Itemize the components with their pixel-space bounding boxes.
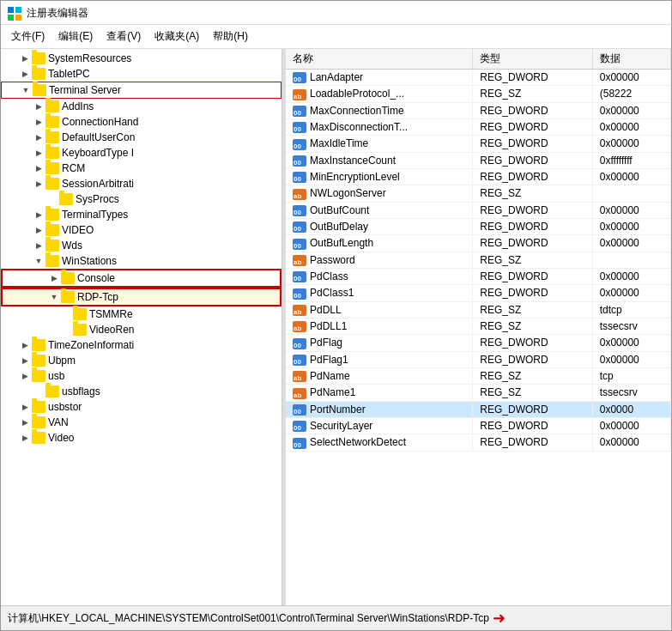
app-icon bbox=[8, 7, 21, 21]
menu-edit[interactable]: 编辑(E) bbox=[51, 27, 100, 46]
tree-item-tsmmre[interactable]: ▶ TSMMRe bbox=[1, 306, 282, 322]
tree-item-keyboardtype[interactable]: ▶ KeyboardType I bbox=[1, 145, 282, 161]
tree-item-usb[interactable]: ▶ usb bbox=[1, 368, 282, 384]
menu-favorites[interactable]: 收藏夹(A) bbox=[148, 27, 206, 46]
expand-icon[interactable]: ▼ bbox=[47, 290, 61, 304]
tree-item-rcm[interactable]: ▶ RCM bbox=[1, 161, 282, 176]
menu-view[interactable]: 查看(V) bbox=[100, 27, 148, 46]
tree-item-usbflags[interactable]: ▶ usbflags bbox=[1, 384, 282, 399]
table-row[interactable]: 00OutBufCountREG_DWORD0x00000 bbox=[286, 202, 671, 218]
table-row[interactable]: abPdDLLREG_SZtdtcp bbox=[286, 301, 671, 318]
folder-icon bbox=[32, 432, 45, 444]
tree-item-console[interactable]: ▶ Console bbox=[1, 269, 282, 288]
table-row[interactable]: 00MaxInstanceCountREG_DWORD0xffffffff bbox=[286, 152, 671, 168]
table-row[interactable]: 00OutBufLengthREG_DWORD0x00000 bbox=[286, 235, 671, 252]
expand-icon[interactable]: ▼ bbox=[32, 254, 45, 268]
tree-label: VIDEO bbox=[62, 224, 94, 236]
expand-icon[interactable]: ▶ bbox=[32, 100, 45, 113]
expand-icon[interactable]: ▶ bbox=[18, 354, 32, 367]
table-row[interactable]: abLoadableProtocol_...REG_SZ(58222 bbox=[286, 86, 671, 102]
expand-icon[interactable]: ▶ bbox=[32, 146, 45, 160]
cell-data: 0x00000 bbox=[592, 268, 670, 284]
expand-icon[interactable]: ▶ bbox=[18, 369, 32, 383]
tree-item-video2[interactable]: ▶ Video bbox=[1, 430, 282, 446]
sz-icon: ab bbox=[293, 371, 306, 382]
table-row[interactable]: 00MaxConnectionTimeREG_DWORD0x00000 bbox=[286, 102, 671, 118]
dword-icon: 00 bbox=[293, 122, 306, 133]
tree-item-van[interactable]: ▶ VAN bbox=[1, 415, 282, 430]
expand-icon[interactable]: ▶ bbox=[32, 208, 45, 221]
tree-item-system-resources[interactable]: ▶ SystemResources bbox=[1, 51, 282, 66]
expand-icon[interactable]: ▶ bbox=[32, 177, 45, 191]
tree-panel[interactable]: ▶ SystemResources ▶ TabletPC ▼ Terminal … bbox=[1, 49, 282, 605]
tree-item-defaultusercon[interactable]: ▶ DefaultUserCon bbox=[1, 130, 282, 145]
table-row[interactable]: 00PdClass1REG_DWORD0x00000 bbox=[286, 285, 671, 301]
table-row[interactable]: 00MinEncryptionLevelREG_DWORD0x00000 bbox=[286, 168, 671, 185]
tree-item-timezone[interactable]: ▶ TimeZoneInformati bbox=[1, 337, 282, 353]
table-row[interactable]: abPasswordREG_SZ bbox=[286, 252, 671, 268]
expand-icon[interactable]: ▶ bbox=[18, 400, 32, 414]
reg-name: OutBufLength bbox=[310, 237, 373, 249]
tree-label: ConnectionHand bbox=[62, 116, 138, 128]
cell-type: REG_DWORD bbox=[473, 268, 592, 284]
table-row[interactable]: 00PdFlagREG_DWORD0x00000 bbox=[286, 335, 671, 351]
table-row[interactable]: abPdNameREG_SZtcp bbox=[286, 367, 671, 384]
tree-item-connectionhand[interactable]: ▶ ConnectionHand bbox=[1, 114, 282, 130]
expand-icon[interactable]: ▶ bbox=[18, 431, 32, 445]
cell-name: 00MaxInstanceCount bbox=[286, 152, 473, 168]
tree-item-terminal-server[interactable]: ▼ Terminal Server bbox=[1, 82, 282, 99]
expand-icon[interactable]: ▼ bbox=[19, 83, 33, 97]
expand-icon[interactable]: ▶ bbox=[18, 52, 32, 65]
cell-data: 0x00000 bbox=[592, 70, 670, 86]
table-row[interactable]: 00SecurityLayerREG_DWORD0x00000 bbox=[286, 417, 671, 434]
tree-item-winstations[interactable]: ▼ WinStations bbox=[1, 253, 282, 269]
expand-icon[interactable]: ▶ bbox=[32, 115, 45, 129]
tree-item-sysprocs[interactable]: ▶ SysProcs bbox=[1, 191, 282, 207]
folder-icon bbox=[32, 370, 45, 382]
tree-label: RCM bbox=[62, 162, 85, 174]
tree-item-ubpm[interactable]: ▶ Ubpm bbox=[1, 353, 282, 368]
table-row[interactable]: 00SelectNetworkDetectREG_DWORD0x00000 bbox=[286, 434, 671, 451]
table-row[interactable]: abNWLogonServerREG_SZ bbox=[286, 185, 671, 202]
expand-icon[interactable]: ▶ bbox=[18, 338, 32, 352]
tree-item-video[interactable]: ▶ VIDEO bbox=[1, 222, 282, 238]
reg-name: MaxInstanceCount bbox=[310, 155, 396, 167]
tree-item-addins[interactable]: ▶ AddIns bbox=[1, 99, 282, 114]
sz-icon: ab bbox=[293, 189, 306, 200]
tree-item-sessionarbitrati[interactable]: ▶ SessionArbitrati bbox=[1, 176, 282, 191]
expand-icon[interactable]: ▶ bbox=[18, 416, 32, 429]
table-row[interactable]: 00MaxDisconnectionT...REG_DWORD0x00000 bbox=[286, 118, 671, 135]
expand-icon[interactable]: ▶ bbox=[32, 239, 45, 252]
menu-help[interactable]: 帮助(H) bbox=[206, 27, 255, 46]
data-panel[interactable]: 名称 类型 数据 00LanAdapterREG_DWORD0x00000abL… bbox=[286, 49, 671, 605]
menu-file[interactable]: 文件(F) bbox=[4, 27, 51, 46]
tree-item-usbstor[interactable]: ▶ usbstor bbox=[1, 399, 282, 415]
table-row[interactable]: 00PortNumberREG_DWORD0x0000 bbox=[286, 401, 671, 417]
tree-item-terminaltypes[interactable]: ▶ TerminalTypes bbox=[1, 207, 282, 222]
tree-item-wds[interactable]: ▶ Wds bbox=[1, 238, 282, 253]
expand-icon[interactable]: ▶ bbox=[32, 130, 45, 144]
expand-icon[interactable]: ▶ bbox=[47, 271, 61, 285]
cell-name: 00MinEncryptionLevel bbox=[286, 168, 473, 185]
tree-item-rdp-tcp[interactable]: ▼ RDP-Tcp bbox=[1, 288, 282, 306]
dword-icon: 00 bbox=[293, 404, 306, 416]
table-row[interactable]: 00LanAdapterREG_DWORD0x00000 bbox=[286, 70, 671, 86]
expand-icon[interactable]: ▶ bbox=[18, 67, 32, 81]
tree-item-videoren[interactable]: ▶ VideoRen bbox=[1, 322, 282, 337]
table-row[interactable]: 00PdFlag1REG_DWORD0x00000 bbox=[286, 351, 671, 367]
table-row[interactable]: 00OutBufDelayREG_DWORD0x00000 bbox=[286, 218, 671, 234]
tree-item-tabletpc[interactable]: ▶ TabletPC bbox=[1, 66, 282, 82]
tree-label: TabletPC bbox=[48, 68, 90, 80]
sz-icon: ab bbox=[293, 305, 306, 316]
table-row[interactable]: 00MaxIdleTimeREG_DWORD0x00000 bbox=[286, 136, 671, 152]
reg-name: PdClass1 bbox=[310, 287, 354, 299]
expand-icon[interactable]: ▶ bbox=[32, 161, 45, 175]
cell-name: abPdName bbox=[286, 367, 473, 384]
table-row[interactable]: abPdName1REG_SZtssecsrv bbox=[286, 385, 671, 401]
expand-icon[interactable]: ▶ bbox=[32, 223, 45, 237]
folder-icon bbox=[45, 131, 59, 143]
table-row[interactable]: abPdDLL1REG_SZtssecsrv bbox=[286, 318, 671, 334]
cell-data: 0x00000 bbox=[592, 235, 670, 252]
dword-icon: 00 bbox=[293, 239, 306, 250]
table-row[interactable]: 00PdClassREG_DWORD0x00000 bbox=[286, 268, 671, 284]
